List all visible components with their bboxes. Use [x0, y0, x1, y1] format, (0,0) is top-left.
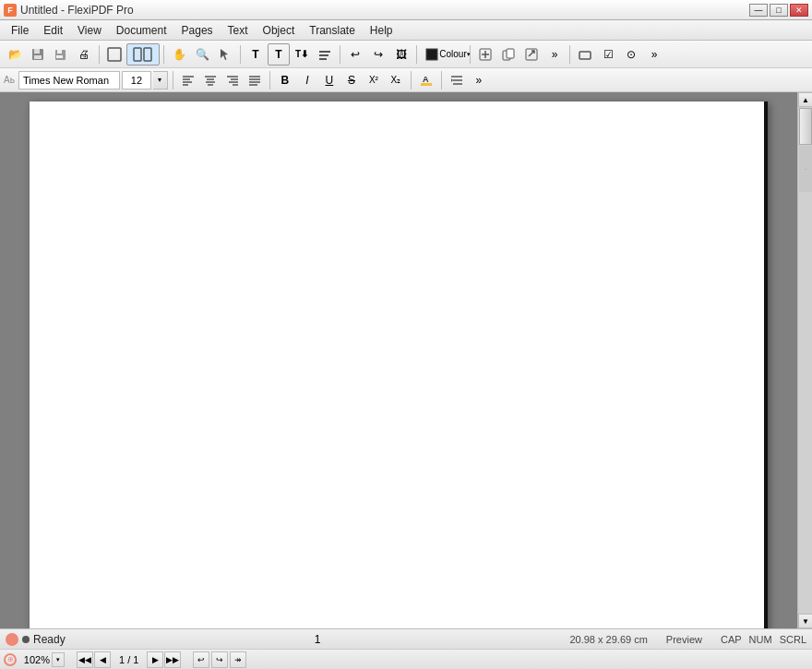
align-center-button[interactable] [200, 71, 221, 90]
align-justify-button[interactable] [245, 71, 265, 90]
maximize-button[interactable]: □ [770, 4, 788, 17]
menu-text[interactable]: Text [221, 20, 256, 40]
scroll-up-button[interactable]: ▲ [798, 92, 812, 107]
save-all-button[interactable] [50, 43, 72, 66]
page-nav-group: ◀◀ ◀ [77, 651, 111, 668]
svg-rect-13 [426, 49, 437, 60]
underline-button[interactable]: U [319, 71, 340, 90]
page-dimensions: 20.98 x 29.69 cm [569, 634, 647, 645]
superscript-button[interactable]: X² [364, 71, 384, 90]
svg-rect-21 [579, 52, 591, 59]
zoom-level: 102% [20, 654, 50, 665]
title-text: Untitled - FlexiPDF Pro [20, 4, 134, 17]
nav-next-button[interactable]: ▶ [147, 651, 163, 668]
font-size-input[interactable] [122, 71, 151, 90]
fmt-sep-3 [411, 71, 412, 90]
content-edit-button[interactable] [314, 43, 336, 66]
menu-file[interactable]: File [4, 20, 36, 40]
image-button[interactable]: 🖼 [390, 43, 412, 66]
strikethrough-button[interactable]: S [341, 71, 362, 90]
highlight-button[interactable]: A [416, 71, 436, 90]
nav-first-button[interactable]: ◀◀ [77, 651, 93, 668]
svg-rect-4 [57, 50, 62, 54]
title-bar-left: F Untitled - FlexiPDF Pro [4, 4, 134, 17]
svg-rect-8 [144, 48, 151, 61]
view-single-button[interactable] [103, 43, 125, 66]
hand-tool-button[interactable]: ✋ [168, 43, 190, 66]
scrl-indicator: SCRL [780, 634, 806, 645]
svg-text:A: A [423, 75, 429, 84]
fmt-sep-2 [269, 71, 270, 90]
num-indicator: NUM [749, 634, 772, 645]
toolbar-separator-4 [340, 45, 340, 64]
export-button[interactable] [520, 43, 543, 66]
status-text: Ready [33, 633, 66, 646]
text-tool2-button[interactable]: T [268, 43, 290, 66]
zoom-icon: ⊕ [4, 653, 17, 666]
close-button[interactable]: ✕ [790, 4, 808, 17]
menu-edit[interactable]: Edit [36, 20, 70, 40]
toolbar-separator-3 [240, 45, 241, 64]
status-bar: Ready 1 20.98 x 29.69 cm Preview CAP NUM… [0, 628, 812, 649]
menu-pages[interactable]: Pages [174, 20, 221, 40]
menu-help[interactable]: Help [363, 20, 400, 40]
print-button[interactable]: 🖨 [73, 43, 95, 66]
more2-button[interactable]: » [643, 43, 665, 66]
menu-bar: File Edit View Document Pages Text Objec… [0, 20, 812, 41]
main-toolbar: 📂 🖨 ✋ 🔍 T T T⬇ ↩ ↪ 🖼 Colour ▾ [0, 41, 812, 68]
align-left-button[interactable] [178, 71, 198, 90]
menu-document[interactable]: Document [109, 20, 174, 40]
scroll-down-button[interactable]: ▼ [798, 614, 812, 628]
nav-last-button[interactable]: ▶▶ [164, 651, 181, 668]
scroll-dots: · [799, 146, 812, 192]
svg-rect-18 [507, 49, 514, 58]
open-button[interactable]: 📂 [4, 43, 26, 66]
text-tool3-button[interactable]: T⬇ [291, 43, 313, 66]
nav-end-button[interactable]: ↠ [230, 651, 246, 668]
pointer-button[interactable] [214, 43, 236, 66]
more-fmt-button[interactable]: » [469, 71, 489, 90]
italic-button[interactable]: I [297, 71, 317, 90]
redo-button[interactable]: ↪ [367, 43, 389, 66]
font-family-input[interactable] [18, 71, 120, 90]
save-button[interactable] [27, 43, 49, 66]
caps-indicator: CAP [721, 634, 742, 645]
font-size-dropdown[interactable]: ▾ [153, 71, 168, 90]
title-bar: F Untitled - FlexiPDF Pro — □ ✕ [0, 0, 812, 20]
app-icon: F [4, 4, 17, 17]
colour-dropdown-button[interactable]: Colour ▾ [444, 43, 466, 66]
formatting-toolbar: Aь ▾ B I U S X² X₂ A » [0, 68, 812, 92]
bold-button[interactable]: B [275, 71, 295, 90]
checkbox-button[interactable]: ☑ [597, 43, 619, 66]
nav-back-button[interactable]: ↩ [193, 651, 209, 668]
text-tool-button[interactable]: T [245, 43, 267, 66]
scroll-track[interactable]: · [798, 107, 812, 614]
menu-object[interactable]: Object [256, 20, 303, 40]
scroll-thumb[interactable] [799, 108, 812, 145]
view-continuous-button[interactable] [126, 43, 160, 66]
zoom-bar: ⊕ 102% ▾ ◀◀ ◀ 1 / 1 ▶ ▶▶ ↩ ↪ ↠ [0, 649, 812, 669]
status-icon [6, 633, 18, 646]
undo-button[interactable]: ↩ [344, 43, 366, 66]
align-right-button[interactable] [222, 71, 243, 90]
toolbar-separator-1 [99, 45, 100, 64]
zoom-dropdown[interactable]: ▾ [52, 652, 65, 667]
search-button[interactable]: 🔍 [191, 43, 213, 66]
status-dot [22, 636, 30, 643]
nav-prev-button[interactable]: ◀ [94, 651, 111, 668]
minimize-button[interactable]: — [749, 4, 768, 17]
indent-button[interactable] [447, 71, 467, 90]
svg-rect-1 [34, 49, 40, 54]
page-ops1-button[interactable] [474, 43, 496, 66]
page-ops2-button[interactable] [497, 43, 519, 66]
nav-forward-button[interactable]: ↪ [211, 651, 228, 668]
svg-rect-2 [34, 55, 42, 59]
shapes-button[interactable] [574, 43, 596, 66]
more1-button[interactable]: » [543, 43, 566, 66]
svg-rect-5 [56, 55, 63, 58]
radio-button[interactable]: ⊙ [620, 43, 642, 66]
subscript-button[interactable]: X₂ [386, 71, 406, 90]
menu-view[interactable]: View [70, 20, 109, 40]
menu-translate[interactable]: Translate [302, 20, 363, 40]
svg-rect-7 [134, 48, 141, 61]
